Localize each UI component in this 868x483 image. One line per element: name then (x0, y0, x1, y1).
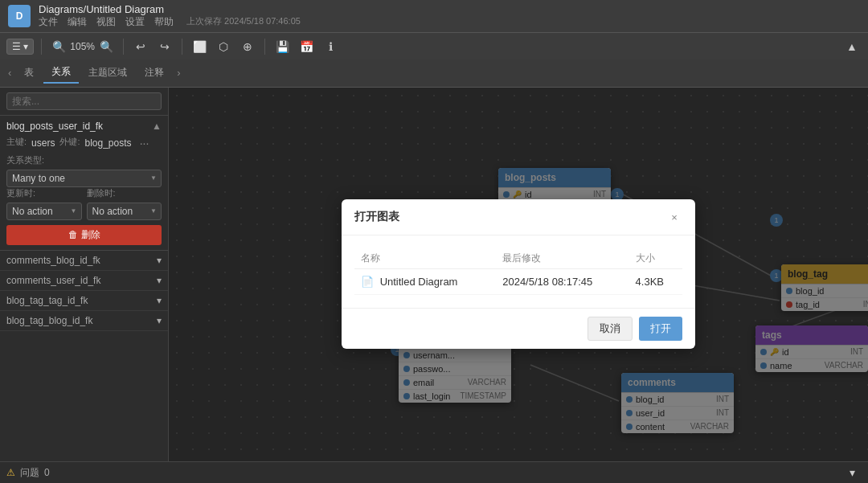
divider-3 (182, 39, 182, 55)
status-expand-btn[interactable]: ▾ (842, 463, 862, 482)
divider-4 (264, 39, 265, 55)
modal-overlay: 打开图表 × 名称 最后修改 大小 (169, 88, 868, 462)
main-area: blog_posts_user_id_fk ▲ 主键: users 外键: bl… (0, 88, 868, 462)
file-size-cell: 4.3KB (629, 269, 682, 295)
files-table-head: 名称 最后修改 大小 (354, 248, 682, 269)
modal-footer: 取消 打开 (342, 308, 695, 349)
update-col: 更新时: No action (6, 187, 82, 220)
relation-tool-btn[interactable]: ⬡ (214, 37, 233, 56)
primary-label: 主键: (6, 136, 27, 148)
add-tool-btn[interactable]: ⊕ (238, 37, 257, 56)
col-last-modified: 最后修改 (496, 248, 628, 269)
canvas[interactable]: 1 1 1 1 1 blog_posts 🔑 id INT user_id IN… (169, 88, 868, 462)
save-time: 2024/5/18 07:46:05 (224, 16, 301, 26)
menu-view[interactable]: 视图 (96, 15, 116, 29)
menu-help[interactable]: 帮助 (154, 15, 174, 29)
delete-select-wrapper: No action (87, 201, 162, 220)
primary-row: 主键: users 外键: blog_posts ··· (6, 135, 162, 151)
fk-item-4[interactable]: blog_tag_blog_id_fk ▾ (0, 311, 168, 331)
table-row[interactable]: 📄 Untitled Diagram 2024/5/18 08:17:45 4.… (354, 269, 682, 295)
files-table-body: 📄 Untitled Diagram 2024/5/18 08:17:45 4.… (354, 269, 682, 295)
modal-header: 打开图表 × (342, 199, 695, 235)
save-btn[interactable]: 💾 (272, 37, 292, 56)
sidebar: blog_posts_user_id_fk ▲ 主键: users 外键: bl… (0, 88, 169, 462)
zoom-out-btn[interactable]: 🔍 (49, 37, 68, 56)
menu-file[interactable]: 文件 (39, 15, 58, 29)
tab-tables[interactable]: 表 (16, 63, 42, 83)
delete-col: 删除时: No action (87, 187, 162, 220)
title-bar: D Diagrams/Untitled Diagram 文件 编辑 视图 设置 … (0, 0, 868, 32)
relation-label: 关系类型: (6, 154, 162, 166)
redo-btn[interactable]: ↪ (155, 37, 174, 56)
sidebar-search-area (0, 88, 168, 116)
action-cols: 更新时: No action 删除时: No action (6, 187, 162, 220)
update-label: 更新时: (6, 187, 82, 199)
tab-relations[interactable]: 关系 (43, 62, 79, 84)
fk-title[interactable]: blog_posts_user_id_fk ▲ (6, 121, 162, 132)
tab-prev[interactable]: ‹ (5, 67, 14, 79)
fk-item-2[interactable]: comments_user_id_fk ▾ (0, 271, 168, 291)
relation-select[interactable]: Many to one (6, 170, 162, 187)
delete-select[interactable]: No action (87, 203, 162, 220)
fk-name: blog_posts_user_id_fk (6, 121, 103, 132)
save-label: 上次保存 (186, 16, 222, 26)
file-date-cell: 2024/5/18 08:17:45 (496, 269, 628, 295)
title-info: Diagrams/Untitled Diagram 文件 编辑 视图 设置 帮助… (39, 3, 301, 29)
modal-close-btn[interactable]: × (666, 209, 682, 225)
expand-icon: ▲ (152, 121, 162, 132)
files-table: 名称 最后修改 大小 📄 Untitled Diagram (354, 248, 682, 295)
tabs-bar: ‹ 表 关系 主题区域 注释 › (0, 59, 868, 87)
status-left: ⚠ 问题 0 (6, 466, 50, 480)
cancel-button[interactable]: 取消 (588, 317, 633, 341)
modal-title: 打开图表 (354, 210, 399, 224)
save-info: 上次保存 2024/5/18 07:46:05 (186, 15, 301, 29)
delete-btn[interactable]: 🗑 删除 (6, 225, 162, 245)
modal-body: 名称 最后修改 大小 📄 Untitled Diagram (342, 235, 695, 308)
divider-1 (41, 39, 42, 55)
foreign-label: 外键: (59, 136, 80, 148)
app-title: Diagrams/Untitled Diagram (39, 3, 301, 15)
app-icon: D (8, 5, 31, 27)
warning-label: 问题 (20, 466, 39, 480)
col-name: 名称 (354, 248, 496, 269)
foreign-value: blog_posts (84, 137, 131, 149)
full-area: ☰ ▾ 🔍 105% 🔍 ↩ ↪ ⬜ ⬡ ⊕ 💾 📅 ℹ ▲ ‹ 表 关系 主题… (0, 32, 868, 483)
menu-btn[interactable]: ☰ ▾ (6, 39, 34, 55)
open-diagram-modal: 打开图表 × 名称 最后修改 大小 (342, 199, 695, 349)
col-size: 大小 (629, 248, 682, 269)
primary-value: users (31, 137, 55, 149)
toolbar: ☰ ▾ 🔍 105% 🔍 ↩ ↪ ⬜ ⬡ ⊕ 💾 📅 ℹ ▲ (0, 32, 868, 59)
calendar-btn[interactable]: 📅 (297, 37, 316, 56)
fk-item-3[interactable]: blog_tag_tag_id_fk ▾ (0, 291, 168, 311)
search-input[interactable] (6, 92, 162, 110)
table-tool-btn[interactable]: ⬜ (190, 37, 209, 56)
file-icon: 📄 (361, 276, 374, 288)
info-btn[interactable]: ℹ (321, 37, 340, 56)
open-button[interactable]: 打开 (639, 317, 682, 341)
status-bar: ⚠ 问题 0 ▾ (0, 461, 868, 483)
divider-2 (123, 39, 124, 55)
files-table-header-row: 名称 最后修改 大小 (354, 248, 682, 269)
tab-notes[interactable]: 注释 (137, 63, 172, 83)
file-name-cell: 📄 Untitled Diagram (354, 269, 496, 295)
fk-item-1[interactable]: comments_blog_id_fk ▾ (0, 251, 168, 271)
more-btn[interactable]: ··· (137, 135, 153, 151)
warning-count: 0 (44, 467, 50, 478)
undo-btn[interactable]: ↩ (131, 37, 150, 56)
warning-icon: ⚠ (6, 467, 15, 478)
update-select-wrapper: No action (6, 201, 82, 220)
update-select[interactable]: No action (6, 203, 82, 220)
menu-bar: 文件 编辑 视图 设置 帮助 上次保存 2024/5/18 07:46:05 (39, 15, 301, 29)
collapse-btn[interactable]: ▲ (842, 37, 862, 56)
relation-select-wrapper: Many to one (6, 168, 162, 187)
tab-next[interactable]: › (174, 67, 183, 79)
delete-label: 删除时: (87, 187, 162, 199)
zoom-in-btn[interactable]: 🔍 (96, 37, 116, 56)
menu-settings[interactable]: 设置 (125, 15, 145, 29)
menu-edit[interactable]: 编辑 (68, 15, 87, 29)
zoom-level: 105% (70, 41, 95, 52)
tab-theme[interactable]: 主题区域 (80, 63, 135, 83)
file-name: Untitled Diagram (380, 276, 458, 288)
fk-section: blog_posts_user_id_fk ▲ 主键: users 外键: bl… (0, 116, 168, 251)
zoom-control: 🔍 105% 🔍 (49, 37, 116, 56)
